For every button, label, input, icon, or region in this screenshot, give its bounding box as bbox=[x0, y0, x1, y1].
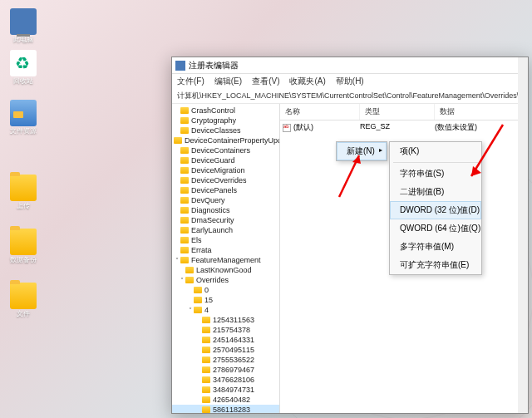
folder-icon bbox=[185, 267, 194, 273]
titlebar[interactable]: 注册表编辑器 bbox=[172, 57, 528, 74]
desktop-icon-explorer[interactable]: 文件资源 bbox=[7, 100, 40, 135]
desktop-icon-label: 文件 bbox=[7, 311, 40, 318]
tree-item-2570495115[interactable]: 2570495115 bbox=[172, 345, 279, 355]
desktop-icon-folder-1[interactable]: 上传 bbox=[7, 175, 40, 210]
folder-icon bbox=[202, 347, 210, 353]
tree-label: 3476628106 bbox=[213, 376, 254, 384]
tree-item-deviceguard[interactable]: DeviceGuard bbox=[172, 155, 279, 165]
scrollbar[interactable] bbox=[518, 57, 528, 413]
tree-item-dmasecurity[interactable]: DmaSecurity bbox=[172, 215, 279, 225]
desktop-icon-label: 此电脑 bbox=[7, 37, 40, 44]
folder-icon bbox=[10, 229, 37, 255]
tree-item-overrides[interactable]: ˅Overrides bbox=[172, 275, 279, 285]
tree-item-215754378[interactable]: 215754378 bbox=[172, 325, 279, 335]
tree-label: Diagnostics bbox=[191, 206, 230, 214]
tree-view[interactable]: CrashControlCryptographyDeviceClassesDev… bbox=[172, 104, 280, 413]
folder-icon bbox=[202, 366, 210, 373]
address-bar[interactable]: 计算机\HKEY_LOCAL_MACHINE\SYSTEM\CurrentCon… bbox=[172, 89, 528, 104]
tree-item-devquery[interactable]: DevQuery bbox=[172, 195, 279, 205]
tree-label: 3484974731 bbox=[213, 386, 254, 394]
folder-icon bbox=[202, 386, 210, 393]
tree-item-devicemigration[interactable]: DeviceMigration bbox=[172, 165, 279, 175]
menu-item-string[interactable]: 字符串值(S) bbox=[390, 165, 481, 183]
menu-help[interactable]: 帮助(H) bbox=[336, 76, 364, 87]
folder-icon bbox=[180, 167, 189, 174]
context-menu-new: 新建(N) ▸ bbox=[336, 141, 387, 161]
folder-icon bbox=[180, 197, 189, 204]
tree-label: Errata bbox=[191, 246, 212, 254]
tree-item-earlylaunch[interactable]: EarlyLaunch bbox=[172, 225, 279, 235]
menu-item-new[interactable]: 新建(N) ▸ bbox=[337, 142, 387, 160]
menubar: 文件(F) 编辑(E) 查看(V) 收藏夹(A) 帮助(H) bbox=[172, 74, 528, 89]
menu-item-multistring[interactable]: 多字符串值(M) bbox=[390, 238, 481, 256]
computer-icon bbox=[10, 8, 37, 35]
window-title: 注册表编辑器 bbox=[189, 60, 239, 71]
tree-item-els[interactable]: Els bbox=[172, 235, 279, 245]
menu-edit[interactable]: 编辑(E) bbox=[214, 76, 242, 87]
tree-item-lastknowngood[interactable]: LastKnownGood bbox=[172, 265, 279, 275]
menu-favorites[interactable]: 收藏夹(A) bbox=[289, 76, 325, 87]
desktop-icon-recycle[interactable]: 回收站 bbox=[7, 50, 40, 86]
menu-item-expandstring[interactable]: 可扩充字符串值(E) bbox=[390, 256, 481, 274]
folder-icon bbox=[202, 376, 210, 383]
col-name[interactable]: 名称 bbox=[280, 104, 360, 120]
menu-view[interactable]: 查看(V) bbox=[252, 76, 279, 87]
tree-label: 215754378 bbox=[213, 326, 250, 334]
tree-item-2755536522[interactable]: 2755536522 bbox=[172, 355, 279, 365]
tree-item-errata[interactable]: Errata bbox=[172, 245, 279, 255]
tree-item-2451464331[interactable]: 2451464331 bbox=[172, 335, 279, 345]
folder-icon bbox=[180, 107, 189, 114]
folder-icon bbox=[174, 137, 182, 144]
menu-item-dword[interactable]: DWORD (32 位)值(D) bbox=[390, 201, 481, 219]
menu-item-qword[interactable]: QWORD (64 位)值(Q) bbox=[390, 219, 481, 238]
tree-item-4[interactable]: ˅4 bbox=[172, 305, 279, 315]
col-type[interactable]: 类型 bbox=[360, 104, 435, 120]
caret-icon: ˅ bbox=[187, 307, 194, 314]
menu-file[interactable]: 文件(F) bbox=[177, 76, 204, 87]
tree-label: 2570495115 bbox=[213, 346, 254, 354]
tree-item-cryptography[interactable]: Cryptography bbox=[172, 116, 279, 125]
tree-item-1254311563[interactable]: 1254311563 bbox=[172, 315, 279, 325]
tree-label: Overrides bbox=[196, 276, 229, 284]
folder-icon bbox=[185, 277, 194, 283]
desktop-icon-folder-2[interactable]: 数据备份 bbox=[7, 229, 40, 264]
desktop-icon-folder-3[interactable]: 文件 bbox=[7, 283, 40, 318]
tree-item-featuremanagement[interactable]: ˅FeatureManagement bbox=[172, 255, 279, 265]
tree-item-0[interactable]: 0 bbox=[172, 285, 279, 295]
tree-label: Els bbox=[191, 236, 202, 244]
tree-item-devicepanels[interactable]: DevicePanels bbox=[172, 185, 279, 195]
desktop-icon-label: 文件资源 bbox=[7, 128, 40, 135]
tree-item-devicecontainerpropertyupda[interactable]: DeviceContainerPropertyUpda bbox=[172, 135, 279, 145]
col-data[interactable]: 数据 bbox=[435, 104, 528, 120]
tree-item-diagnostics[interactable]: Diagnostics bbox=[172, 205, 279, 215]
folder-icon bbox=[180, 227, 189, 234]
tree-item-15[interactable]: 15 bbox=[172, 295, 279, 305]
folder-icon bbox=[194, 287, 202, 293]
tree-label: 2451464331 bbox=[213, 336, 254, 344]
tree-item-crashcontrol[interactable]: CrashControl bbox=[172, 106, 279, 116]
folder-icon bbox=[180, 147, 189, 154]
list-header: 名称 类型 数据 bbox=[280, 104, 528, 120]
tree-label: DeviceContainers bbox=[191, 146, 250, 155]
desktop-icon-computer[interactable]: 此电脑 bbox=[7, 8, 40, 44]
tree-item-devicecontainers[interactable]: DeviceContainers bbox=[172, 145, 279, 155]
menu-item-key[interactable]: 项(K) bbox=[390, 142, 481, 160]
tree-item-426540482[interactable]: 426540482 bbox=[172, 395, 279, 405]
list-row[interactable]: (默认) REG_SZ (数值未设置) bbox=[280, 120, 528, 135]
folder-icon bbox=[180, 117, 189, 124]
folder-icon bbox=[180, 187, 189, 194]
tree-label: CrashControl bbox=[191, 106, 235, 115]
menu-item-binary[interactable]: 二进制值(B) bbox=[390, 183, 481, 201]
folder-icon bbox=[10, 175, 37, 201]
regedit-icon bbox=[175, 61, 185, 71]
folder-icon bbox=[202, 317, 210, 323]
folder-icon bbox=[202, 406, 210, 413]
tree-item-586118283[interactable]: 586118283 bbox=[172, 405, 279, 413]
tree-item-2786979467[interactable]: 2786979467 bbox=[172, 365, 279, 375]
tree-item-deviceclasses[interactable]: DeviceClasses bbox=[172, 125, 279, 135]
tree-label: 2786979467 bbox=[213, 366, 254, 374]
tree-item-deviceoverrides[interactable]: DeviceOverrides bbox=[172, 175, 279, 185]
tree-item-3484974731[interactable]: 3484974731 bbox=[172, 385, 279, 395]
tree-item-3476628106[interactable]: 3476628106 bbox=[172, 375, 279, 385]
folder-icon bbox=[180, 237, 189, 243]
